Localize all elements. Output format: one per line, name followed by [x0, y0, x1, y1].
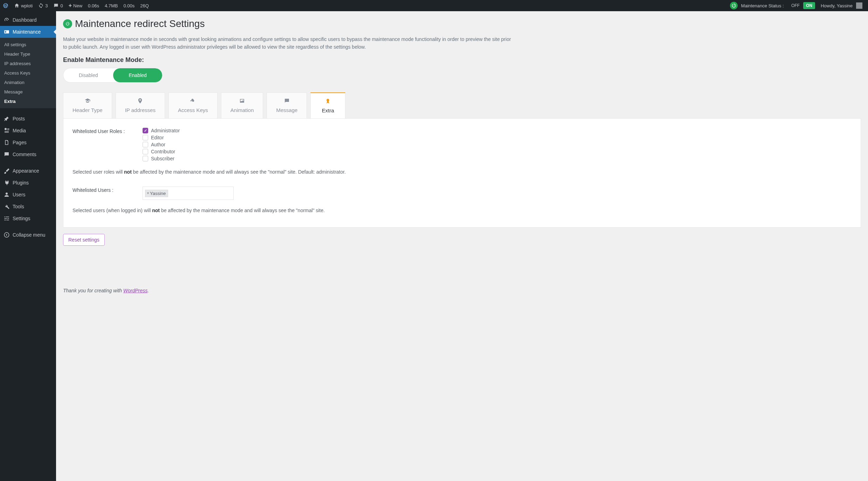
- sub-item-access-keys[interactable]: Access Keys: [0, 68, 56, 78]
- sidebar-item-maintenance[interactable]: Maintenance: [0, 26, 56, 38]
- svg-rect-1: [5, 31, 6, 33]
- site-name: wploti: [21, 3, 33, 8]
- tab-access-keys[interactable]: Access Keys: [168, 92, 218, 118]
- checkbox-icon[interactable]: [143, 135, 148, 140]
- location-icon: [137, 98, 143, 105]
- sidebar-item-posts[interactable]: Posts: [0, 113, 56, 125]
- sidebar-item-appearance[interactable]: Appearance: [0, 165, 56, 177]
- page-title: Maintenance redirect Settings: [75, 18, 205, 29]
- sidebar-item-collapse[interactable]: Collapse menu: [0, 229, 56, 241]
- whitelisted-users-input[interactable]: × Yassine: [143, 187, 234, 200]
- dashboard-icon: [4, 17, 10, 23]
- pin-icon: [4, 116, 10, 122]
- toggle-enabled[interactable]: Enabled: [113, 68, 162, 82]
- new-label: New: [73, 3, 82, 8]
- checkbox-icon[interactable]: [143, 156, 148, 161]
- comments-link[interactable]: 0: [50, 0, 66, 11]
- tab-animation[interactable]: Animation: [221, 92, 263, 118]
- sidebar-submenu-maintenance: All settings Header Type IP addresses Ac…: [0, 38, 56, 108]
- remove-tag-icon[interactable]: ×: [147, 191, 149, 196]
- main-content: Maintenance redirect Settings Make your …: [56, 11, 868, 481]
- sidebar-item-plugins[interactable]: Plugins: [0, 177, 56, 189]
- plus-icon: +: [69, 2, 72, 9]
- comments-count: 0: [60, 3, 63, 8]
- role-editor[interactable]: Editor: [143, 135, 180, 140]
- svg-rect-0: [4, 30, 9, 34]
- tab-message[interactable]: Message: [267, 92, 307, 118]
- media-icon: [4, 127, 10, 134]
- role-administrator[interactable]: Administrator: [143, 128, 180, 133]
- checkbox-icon[interactable]: [143, 149, 148, 154]
- perf-mem[interactable]: 4.7MB: [102, 0, 121, 11]
- sidebar-item-tools[interactable]: Tools: [0, 201, 56, 212]
- account-link[interactable]: Howdy, Yassine: [818, 0, 865, 11]
- updates-count: 3: [45, 3, 48, 8]
- image-icon: [239, 98, 245, 105]
- svg-point-3: [327, 99, 330, 102]
- perf-time2[interactable]: 0.00s: [120, 0, 137, 11]
- sub-item-all-settings[interactable]: All settings: [0, 40, 56, 49]
- extra-panel: Whitelisted User Roles : Administrator E…: [63, 118, 861, 228]
- enable-toggle: Disabled Enabled: [63, 68, 163, 83]
- role-contributor[interactable]: Contributor: [143, 149, 180, 154]
- reset-settings-button[interactable]: Reset settings: [63, 234, 105, 246]
- plug-icon: [4, 180, 10, 186]
- maintenance-icon: [4, 29, 10, 35]
- user-tag: × Yassine: [145, 190, 168, 197]
- sidebar-item-users[interactable]: Users: [0, 189, 56, 201]
- admin-sidebar: Dashboard Maintenance All settings Heade…: [0, 11, 56, 481]
- sub-item-header-type[interactable]: Header Type: [0, 49, 56, 59]
- status-on[interactable]: ON: [803, 2, 815, 9]
- sub-item-ip-addresses[interactable]: IP addresses: [0, 59, 56, 68]
- new-link[interactable]: + New: [66, 0, 85, 11]
- roles-help-text: Selected user roles will not be affected…: [73, 169, 852, 175]
- sub-item-animation[interactable]: Animation: [0, 78, 56, 87]
- toggle-disabled[interactable]: Disabled: [63, 68, 113, 82]
- role-subscriber[interactable]: Subscriber: [143, 156, 180, 161]
- sidebar-item-settings[interactable]: Settings: [0, 212, 56, 224]
- collapse-icon: [4, 232, 10, 238]
- home-icon: [14, 3, 20, 8]
- page-icon: [4, 139, 10, 146]
- howdy-text: Howdy, Yassine: [821, 3, 853, 8]
- tab-extra[interactable]: Extra: [310, 92, 345, 118]
- wordpress-link[interactable]: WordPress: [123, 288, 147, 293]
- avatar: [856, 2, 862, 9]
- settings-tabs: Header Type IP addresses Access Keys Ani…: [63, 92, 861, 118]
- site-link[interactable]: wploti: [11, 0, 35, 11]
- power-icon: [63, 19, 72, 28]
- wordpress-logo-icon[interactable]: [0, 0, 11, 11]
- sidebar-item-media[interactable]: Media: [0, 125, 56, 137]
- roles-checkbox-list: Administrator Editor Author Contributor: [143, 128, 180, 161]
- updates-link[interactable]: 3: [35, 0, 50, 11]
- sliders-icon: [4, 215, 10, 222]
- checkbox-icon[interactable]: [143, 142, 148, 147]
- chat-icon: [284, 98, 290, 105]
- tab-header-type[interactable]: Header Type: [63, 92, 112, 118]
- comments-icon: [4, 151, 10, 158]
- power-icon: [730, 2, 738, 9]
- tab-ip-addresses[interactable]: IP addresses: [116, 92, 165, 118]
- comment-icon: [53, 3, 59, 8]
- sidebar-item-pages[interactable]: Pages: [0, 137, 56, 148]
- checkbox-checked-icon[interactable]: [143, 128, 148, 133]
- maintenance-status-label: Maintenance Status :: [741, 3, 784, 8]
- enable-label: Enable Maintenance Mode:: [63, 56, 861, 64]
- page-description: Make your website in maintenance mode in…: [63, 36, 511, 51]
- refresh-icon: [38, 3, 44, 8]
- perf-queries[interactable]: 26Q: [137, 0, 152, 11]
- sidebar-item-comments[interactable]: Comments: [0, 148, 56, 160]
- maintenance-status[interactable]: Maintenance Status : OFF ON: [727, 0, 818, 11]
- roles-label: Whitelisted User Roles :: [73, 128, 129, 134]
- status-off[interactable]: OFF: [789, 3, 802, 8]
- role-author[interactable]: Author: [143, 142, 180, 147]
- users-label: Whitelisted Users :: [73, 187, 129, 193]
- sidebar-item-dashboard[interactable]: Dashboard: [0, 14, 56, 26]
- sub-item-message[interactable]: Message: [0, 87, 56, 97]
- graduation-cap-icon: [84, 98, 91, 105]
- user-icon: [4, 191, 10, 198]
- award-icon: [325, 98, 331, 105]
- perf-time1[interactable]: 0.06s: [85, 0, 102, 11]
- sub-item-extra[interactable]: Extra: [0, 97, 56, 106]
- wrench-icon: [4, 203, 10, 210]
